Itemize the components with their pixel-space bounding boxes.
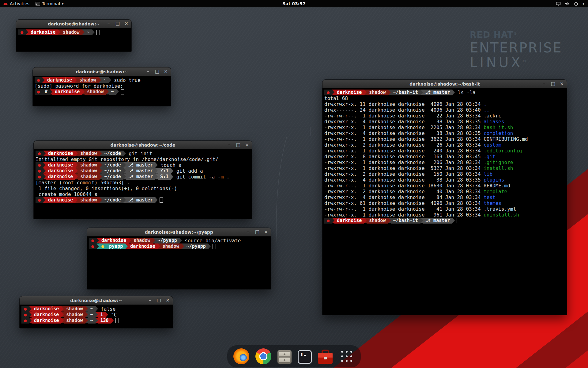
terminal-line: ●darknoiseshadow~1 ^C bbox=[21, 312, 173, 318]
powerline-separator bbox=[43, 168, 46, 174]
terminal-window-code[interactable]: darknoise@shadow:~/code – □ × ●darknoise… bbox=[34, 141, 252, 219]
terminal-content[interactable]: ●darknoiseshadow~/pyapp source bin/activ… bbox=[87, 236, 271, 289]
powerline-separator bbox=[75, 197, 78, 203]
terminal-text: drwxrwxr-x. 4 darknoise darknoise 38 Jan… bbox=[324, 119, 484, 125]
powerline-segment: shadow bbox=[77, 77, 98, 83]
terminal-text: git commit -a -m . bbox=[173, 174, 229, 180]
window-titlebar[interactable]: darknoise@shadow:~ – □ × bbox=[16, 20, 131, 28]
terminal-line: ●darknoiseshadow~/code⎇ master?:1 git ad… bbox=[36, 168, 252, 174]
maximize-button[interactable]: □ bbox=[157, 296, 161, 305]
maximize-button[interactable]: □ bbox=[255, 228, 259, 236]
maximize-button[interactable]: □ bbox=[236, 141, 240, 149]
close-button[interactable]: × bbox=[166, 296, 170, 305]
powerline-separator bbox=[96, 238, 99, 243]
terminal-line: drwxrwxr-x. 4 darknoise darknoise 38 Jan… bbox=[324, 130, 567, 136]
powerline-separator bbox=[43, 151, 46, 156]
app-menu[interactable]: Terminal ▾ bbox=[32, 0, 67, 7]
terminal-line: -rwxrwxr-x. 2 darknoise darknoise 40 Jan… bbox=[324, 189, 567, 194]
window-titlebar[interactable]: darknoise@shadow:~/code – □ × bbox=[34, 141, 252, 149]
minimize-button[interactable]: – bbox=[148, 296, 152, 305]
powerline-segment: ● bbox=[36, 168, 43, 174]
powerline-segment: darknoise bbox=[32, 318, 61, 324]
close-button[interactable]: × bbox=[264, 228, 268, 236]
terminal-line: drwxrwxr-x. 11 darknoise darknoise 4096 … bbox=[324, 101, 567, 107]
window-titlebar[interactable]: darknoise@shadow:~ – □ × bbox=[20, 296, 173, 305]
terminal-content[interactable]: ●darknoiseshadow~/bash-it⎇ master ls -la… bbox=[322, 88, 567, 315]
terminal-window-pyapp[interactable]: darknoise@shadow:~/pyapp – □ × ●darknois… bbox=[87, 228, 271, 289]
terminal-text: drwxrwxr-x. 4 darknoise darknoise 38 Jan… bbox=[324, 177, 484, 183]
powerline-segment: ● bbox=[18, 29, 26, 35]
activities-button[interactable]: Activities bbox=[0, 0, 32, 7]
terminal-line: ●darknoiseshadow~ sudo true bbox=[35, 77, 171, 83]
terminal-content[interactable]: ●darknoiseshadow~ false●darknoiseshadow~… bbox=[20, 305, 173, 328]
powerline-segment: ~/code bbox=[102, 197, 123, 203]
toolbox-icon[interactable] bbox=[318, 353, 333, 364]
powerline-segment: shadow bbox=[64, 312, 85, 318]
minimize-button[interactable]: – bbox=[146, 67, 150, 76]
terminal-content[interactable]: ●darknoiseshadow~ sudo true[sudo] passwo… bbox=[33, 76, 171, 106]
chrome-icon[interactable] bbox=[255, 348, 271, 364]
files-icon[interactable] bbox=[277, 350, 292, 364]
terminal-text: -rwxrwxr-x. 1 darknoise darknoise 240 Ja… bbox=[324, 148, 484, 154]
powerline-separator bbox=[58, 29, 60, 35]
maximize-button[interactable]: □ bbox=[155, 67, 159, 76]
powerline-separator bbox=[123, 162, 126, 168]
powerline-separator bbox=[100, 162, 102, 168]
window-title: darknoise@shadow:~/code bbox=[110, 143, 175, 148]
terminal-content[interactable]: ●darknoiseshadow~ bbox=[16, 28, 131, 52]
terminal-text: -rw-rw-r--. 1 darknoise darknoise 41 Jan… bbox=[324, 206, 484, 212]
terminal-text: drwxrwxr-x. 4 darknoise darknoise 38 Jan… bbox=[324, 130, 484, 136]
terminal-content[interactable]: ●darknoiseshadow~/code git initInitializ… bbox=[34, 149, 252, 219]
powerline-separator bbox=[155, 168, 158, 174]
terminal-line: -rw-rw-r--. 1 darknoise darknoise 22 Jan… bbox=[324, 113, 567, 119]
clock[interactable]: Sat 03:57 bbox=[282, 1, 306, 6]
powerline-separator bbox=[92, 29, 95, 35]
terminal-text: -rw-rw-r--. 1 darknoise darknoise 3622 J… bbox=[324, 136, 484, 142]
close-button[interactable]: × bbox=[245, 141, 249, 149]
window-titlebar[interactable]: darknoise@shadow:~ – □ × bbox=[33, 67, 171, 76]
powerline-separator bbox=[43, 174, 46, 179]
rhel-logo: RED HAT® ENTERPRISE LINUX® bbox=[470, 31, 562, 69]
show-applications-icon[interactable] bbox=[339, 348, 355, 364]
firefox-icon[interactable] bbox=[233, 348, 249, 364]
powerline-separator bbox=[75, 162, 78, 168]
powerline-segment: ⎇ master bbox=[423, 90, 453, 95]
window-titlebar[interactable]: darknoise@shadow:~/bash-it – □ × bbox=[322, 80, 567, 88]
terminal-line: ●darknoiseshadow~/pyapp source bin/activ… bbox=[89, 238, 271, 243]
terminal-window-home-2[interactable]: darknoise@shadow:~ – □ × ●darknoiseshado… bbox=[20, 296, 173, 328]
terminal-text: -rwxrwxr-x. 1 darknoise darknoise 5327 J… bbox=[324, 165, 484, 171]
terminal-text: [master (root-commit) 50bcb63] . bbox=[36, 180, 130, 186]
terminal-text: git add a bbox=[173, 168, 203, 174]
terminal-text: drwx------. 24 darknoise darknoise 4096 … bbox=[324, 107, 484, 113]
powerline-segment: shadow bbox=[367, 218, 388, 224]
minimize-button[interactable]: – bbox=[107, 20, 111, 28]
powerline-segment: ● bbox=[36, 174, 43, 180]
system-status-area[interactable]: ▾ bbox=[556, 0, 588, 7]
minimize-button[interactable]: – bbox=[227, 141, 231, 149]
powerline-separator bbox=[82, 29, 85, 35]
terminal-window-sudo[interactable]: darknoise@shadow:~ – □ × ●darknoiseshado… bbox=[33, 67, 171, 106]
powerline-separator bbox=[153, 238, 155, 243]
maximize-button[interactable]: □ bbox=[551, 80, 555, 88]
close-button[interactable]: × bbox=[124, 20, 128, 28]
window-titlebar[interactable]: darknoise@shadow:~/pyapp – □ × bbox=[87, 228, 271, 236]
terminal-cursor bbox=[115, 318, 119, 323]
maximize-button[interactable]: □ bbox=[115, 20, 119, 28]
terminal-text: -rw-rw-r--. 1 darknoise darknoise 22 Jan… bbox=[324, 113, 484, 119]
powerline-separator bbox=[123, 168, 126, 174]
registered-mark: ® bbox=[514, 32, 517, 36]
minimize-button[interactable]: – bbox=[246, 228, 250, 236]
terminal-window-home-1[interactable]: darknoise@shadow:~ – □ × ●darknoiseshado… bbox=[16, 20, 131, 52]
close-button[interactable]: × bbox=[560, 80, 564, 88]
terminal-text: uninstall.sh bbox=[484, 212, 519, 218]
powerline-segment: ⎇ master bbox=[126, 168, 156, 174]
powerline-segment: darknoise bbox=[28, 29, 58, 35]
close-button[interactable]: × bbox=[164, 67, 168, 76]
terminal-icon[interactable]: $ bbox=[298, 350, 312, 364]
terminal-window-bash-it[interactable]: darknoise@shadow:~/bash-it – □ × ●darkno… bbox=[322, 80, 567, 315]
terminal-text: -rwxrwxr-x. 1 darknoise darknoise 206 Ja… bbox=[324, 159, 484, 165]
powerline-separator bbox=[420, 218, 423, 223]
powerline-separator bbox=[388, 90, 391, 95]
minimize-button[interactable]: – bbox=[542, 80, 546, 88]
powerline-separator bbox=[29, 312, 32, 317]
